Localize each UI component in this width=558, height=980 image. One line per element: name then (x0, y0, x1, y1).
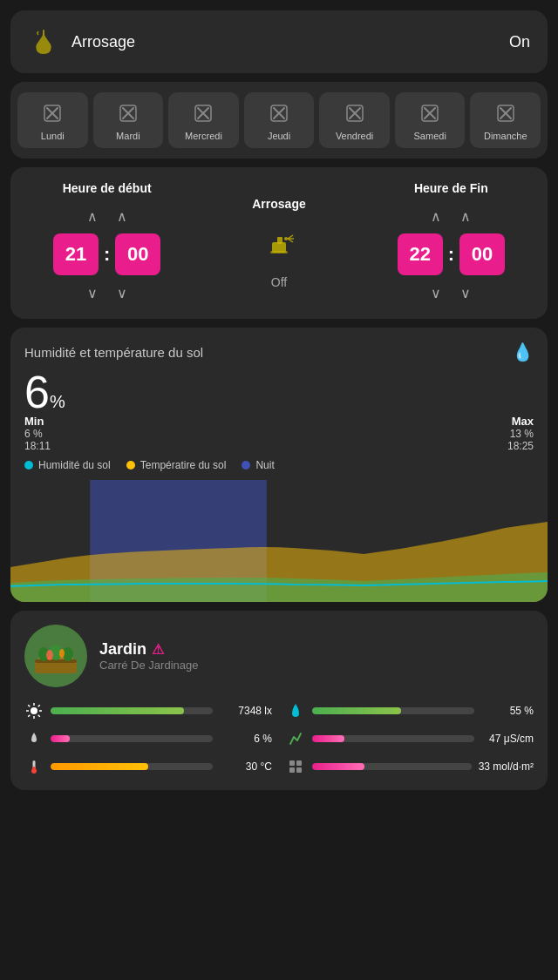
temperature-bar (51, 763, 148, 770)
soil-moisture-value: 6 % (220, 733, 272, 745)
mol-bar-wrap (312, 763, 472, 770)
spray-icon (262, 226, 296, 268)
chart-area (10, 480, 548, 602)
arrosage-header: Arrosage On (10, 10, 548, 73)
garden-name: Jardin ⚠ (99, 640, 198, 659)
sensor-brightness: 7348 lx (24, 701, 272, 720)
svg-rect-51 (289, 760, 295, 766)
air-humidity-bar (312, 707, 401, 714)
start-hour-up[interactable]: ∧ (80, 204, 105, 228)
day-samedi[interactable]: Samedi (395, 92, 466, 148)
garden-avatar (24, 625, 87, 687)
start-time-sep: : (104, 243, 110, 266)
humidity-icon: 💧 (512, 341, 534, 362)
min-val: 6 % (24, 428, 43, 440)
garden-card: Jardin ⚠ Carré De Jardinage 7348 lx 55 (10, 611, 548, 790)
start-time-control: ∧ ∧ 21 : 00 ∨ ∨ (53, 204, 160, 305)
day-vendredi[interactable]: Vendredi (319, 92, 390, 148)
brightness-value: 7348 lx (220, 705, 272, 717)
start-time-label: Heure de début (63, 181, 152, 195)
sensor-mol: 33 mol/d·m² (286, 757, 534, 776)
min-max-row: Min 6 % 18:11 Max 13 % 18:25 (24, 415, 534, 452)
svg-point-38 (59, 649, 65, 658)
end-up-arrows: ∧ ∧ (424, 204, 478, 228)
arrosage-card: Arrosage On (10, 10, 548, 73)
mol-bar (312, 763, 364, 770)
sensor-air-humidity: 55 % (286, 701, 534, 720)
end-down-arrows: ∨ ∨ (424, 280, 478, 305)
garden-alert-icon: ⚠ (152, 641, 164, 658)
day-lundi[interactable]: Lundi (17, 92, 88, 148)
humidity-value: 6% (24, 367, 65, 417)
day-icon-vendredi (343, 101, 367, 125)
end-hour-up[interactable]: ∧ (424, 204, 448, 228)
temperature-icon (24, 757, 44, 776)
brightness-bar (51, 707, 184, 714)
svg-rect-28 (270, 251, 288, 253)
end-time-label: Heure de Fin (414, 181, 488, 195)
day-icon-lundi (40, 101, 65, 125)
start-min-down[interactable]: ∨ (110, 280, 134, 305)
day-label-dimanche: Dimanche (484, 131, 527, 141)
humidity-title: Humidité et température du sol (24, 345, 203, 360)
max-time: 18:25 (507, 440, 534, 452)
legend-humidity: Humidité du sol (24, 459, 111, 471)
svg-line-44 (28, 705, 30, 706)
svg-rect-0 (43, 30, 44, 35)
chart-svg (10, 480, 548, 602)
day-label-jeudi: Jeudi (268, 131, 290, 141)
middle-status: Off (271, 275, 287, 289)
max-block: Max 13 % 18:25 (507, 415, 534, 452)
arrosage-status: On (509, 33, 530, 51)
temperature-bar-wrap (51, 763, 213, 770)
sensor-soil-moisture: 6 % (24, 729, 272, 748)
legend-dot-humidity (24, 461, 33, 470)
day-label-mercredi: Mercredi (185, 131, 222, 141)
svg-rect-50 (33, 767, 36, 771)
end-time-col: Heure de Fin ∧ ∧ 22 : 00 ∨ ∨ (365, 181, 537, 305)
soil-moisture-bar-wrap (51, 735, 213, 742)
soil-moisture-icon (24, 729, 44, 748)
start-hour-down[interactable]: ∨ (80, 280, 105, 305)
garden-info: Jardin ⚠ Carré De Jardinage (99, 640, 198, 672)
middle-label: Arrosage (252, 197, 305, 211)
end-min-box: 00 (459, 233, 505, 275)
end-hour-down[interactable]: ∨ (424, 280, 448, 305)
soil-moisture-bar (51, 735, 70, 742)
sensor-grid: 7348 lx 55 % 6 % (24, 701, 534, 776)
end-min-down[interactable]: ∨ (453, 280, 478, 305)
conductivity-bar-wrap (312, 735, 474, 742)
air-humidity-icon (286, 701, 305, 720)
min-time: 18:11 (24, 440, 51, 452)
end-time-control: ∧ ∧ 22 : 00 ∨ ∨ (398, 204, 505, 305)
day-label-mardi: Mardi (116, 131, 140, 141)
middle-col: Arrosage Off (193, 197, 364, 289)
svg-rect-23 (277, 237, 282, 244)
day-jeudi[interactable]: Jeudi (244, 92, 315, 148)
brightness-icon (24, 701, 44, 720)
legend-dot-temperature (126, 461, 135, 470)
min-block: Min 6 % 18:11 (24, 415, 51, 452)
day-mercredi[interactable]: Mercredi (168, 92, 239, 148)
start-time-col: Heure de début ∧ ∧ 21 : 00 ∨ ∨ (21, 181, 193, 305)
legend-label-humidity: Humidité du sol (38, 459, 111, 471)
humidity-header: Humidité et température du sol 💧 (24, 341, 534, 362)
day-icon-mardi (116, 101, 140, 125)
max-label: Max (512, 415, 534, 428)
mol-value: 33 mol/d·m² (479, 760, 534, 773)
end-min-up[interactable]: ∧ (453, 204, 478, 228)
svg-point-39 (31, 707, 37, 714)
svg-point-24 (284, 237, 288, 240)
chart-legend: Humidité du sol Températire du sol Nuit (24, 459, 534, 471)
day-dimanche[interactable]: Dimanche (470, 92, 541, 148)
start-min-up[interactable]: ∧ (110, 204, 134, 228)
humidity-card: Humidité et température du sol 💧 6% Min … (10, 328, 548, 602)
svg-point-37 (46, 650, 53, 660)
legend-dot-night (242, 461, 250, 470)
days-card: Lundi Mardi Mercredi Jeudi Vendredi Same… (10, 82, 548, 159)
mol-icon (286, 757, 305, 776)
svg-rect-54 (296, 767, 302, 773)
arrosage-title: Arrosage (71, 33, 135, 51)
day-mardi[interactable]: Mardi (93, 92, 164, 148)
temperature-value: 30 °C (220, 760, 272, 773)
